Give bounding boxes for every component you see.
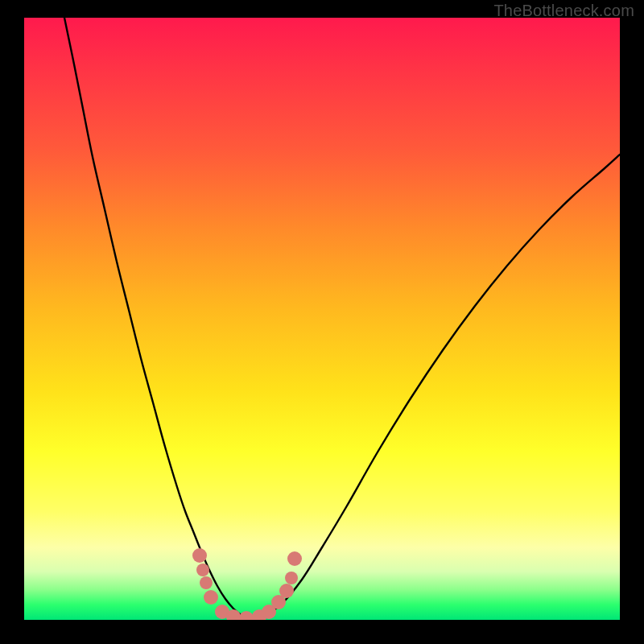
watermark-text: TheBottleneck.com bbox=[493, 2, 634, 20]
plot-area bbox=[24, 18, 620, 620]
marker-right-5 bbox=[287, 551, 302, 566]
marker-left-3 bbox=[200, 576, 213, 589]
curve-layer bbox=[24, 18, 620, 620]
bottleneck-curve bbox=[64, 18, 620, 618]
marker-left-1 bbox=[192, 548, 207, 563]
marker-left-2 bbox=[196, 564, 209, 576]
chart-frame: TheBottleneck.com bbox=[0, 0, 644, 644]
marker-left-4 bbox=[204, 590, 218, 605]
marker-right-4 bbox=[285, 572, 298, 584]
marker-right-3 bbox=[279, 584, 294, 598]
marker-bottom-3 bbox=[239, 611, 254, 620]
